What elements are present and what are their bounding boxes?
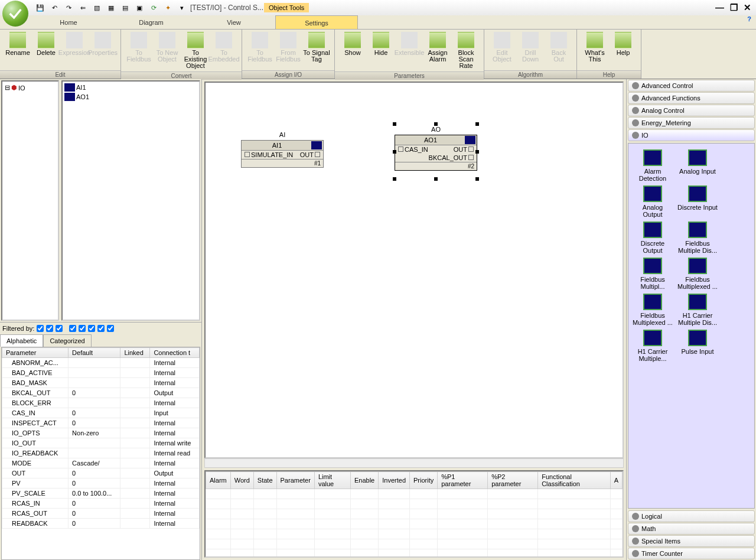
nav-tree[interactable]: ⊟ ⬢ IO — [1, 80, 59, 321]
tab-view[interactable]: View — [193, 15, 275, 29]
filter-check-8[interactable] — [107, 325, 114, 332]
rename-button[interactable]: Rename — [4, 32, 32, 68]
col-header[interactable]: A — [610, 472, 622, 489]
palette-tab[interactable]: Advanced Functions — [628, 92, 755, 104]
col-header[interactable]: Linked — [120, 348, 150, 358]
list-item[interactable]: AO1 — [64, 92, 198, 102]
pin-checkbox[interactable] — [245, 152, 250, 157]
pin-checkbox[interactable] — [315, 152, 320, 157]
palette-item[interactable]: H1 Carrier Multiple Dis... — [677, 294, 718, 326]
palette-tab[interactable]: Timer Counter — [628, 548, 755, 559]
table-row[interactable]: READBACK0Internal — [2, 519, 200, 529]
col-header[interactable]: Inverted — [379, 472, 410, 489]
tool3-icon[interactable]: ▤ — [120, 3, 130, 12]
table-row[interactable] — [206, 489, 623, 499]
table-row[interactable]: BLOCK_ERRInternal — [2, 398, 200, 408]
table-row[interactable]: BAD_ACTIVEInternal — [2, 368, 200, 378]
close-icon[interactable]: ✕ — [744, 2, 751, 13]
table-row[interactable]: RCAS_OUT0Internal — [2, 509, 200, 519]
tag-icon[interactable]: ✦ — [163, 3, 172, 12]
alarm-grid[interactable]: AlarmWordStateParameterLimit valueEnable… — [204, 470, 624, 558]
col-header[interactable]: Connection t — [150, 348, 200, 358]
table-row[interactable]: IO_OUTInternal write — [2, 438, 200, 448]
redo-icon[interactable]: ↷ — [64, 3, 73, 12]
table-row[interactable]: BAD_MASKInternal — [2, 378, 200, 388]
palette-item[interactable]: Pulse Input — [677, 330, 718, 362]
tree-node-label[interactable]: IO — [18, 84, 25, 92]
table-row[interactable] — [206, 539, 623, 549]
table-row[interactable]: RCAS_IN0Internal — [2, 499, 200, 509]
col-header[interactable]: Default — [69, 348, 120, 358]
whats-this-button[interactable]: What'sThis — [581, 32, 609, 68]
col-header[interactable]: Alarm — [206, 472, 231, 489]
help-icon[interactable]: ? — [747, 15, 751, 29]
block-list[interactable]: AI1AO1 — [61, 80, 200, 321]
object-tools-tab[interactable]: Object Tools — [264, 3, 309, 12]
save-icon[interactable]: 💾 — [35, 3, 45, 12]
delete-button[interactable]: Delete — [32, 32, 60, 68]
col-header[interactable]: Enable — [350, 472, 378, 489]
filter-check-4[interactable] — [69, 325, 76, 332]
col-header[interactable]: Parameter — [276, 472, 314, 489]
palette-item[interactable]: Analog Output — [632, 185, 673, 218]
filter-check-7[interactable] — [97, 325, 105, 332]
table-row[interactable] — [206, 529, 623, 539]
palette-tab[interactable]: Logical — [628, 510, 755, 522]
col-header[interactable]: %P1 parameter — [438, 472, 488, 489]
pin-checkbox[interactable] — [398, 146, 403, 152]
tab-home[interactable]: Home — [27, 15, 110, 29]
palette-item[interactable]: Fieldbus Multiplexed ... — [632, 294, 673, 326]
tab-settings[interactable]: Settings — [275, 15, 358, 29]
palette-item[interactable]: Discrete Output — [632, 222, 673, 254]
property-grid[interactable]: ParameterDefaultLinkedConnection tABNORM… — [1, 347, 200, 560]
assign-alarm-button[interactable]: AssignAlarm — [423, 32, 452, 69]
tab-alphabetic[interactable]: Alphabetic — [0, 334, 43, 347]
selection-handle[interactable] — [475, 150, 479, 154]
canvas-hscroll[interactable] — [204, 458, 624, 468]
tool4-icon[interactable]: ▣ — [135, 3, 144, 12]
col-header[interactable]: Functional Classification — [538, 472, 610, 489]
selection-handle[interactable] — [475, 177, 479, 181]
col-header[interactable]: Word — [230, 472, 253, 489]
palette-item[interactable]: Fieldbus Multiple Dis... — [677, 222, 718, 254]
dropdown-icon[interactable]: ▾ — [177, 3, 187, 12]
table-row[interactable]: BKCAL_OUT0Output — [2, 388, 200, 398]
table-row[interactable]: OUT0Output — [2, 468, 200, 478]
minimize-icon[interactable]: — — [715, 2, 724, 13]
table-row[interactable] — [206, 549, 623, 558]
tab-categorized[interactable]: Categorized — [43, 334, 91, 347]
palette-item[interactable]: H1 Carrier Multiple... — [632, 330, 673, 362]
selection-handle[interactable] — [393, 122, 396, 126]
block-ai[interactable]: AI1 SIMULATE_INOUT #1 — [241, 140, 324, 168]
selection-handle[interactable] — [393, 177, 396, 181]
help-button[interactable]: Help — [609, 32, 637, 68]
col-header[interactable]: Priority — [410, 472, 438, 489]
col-header[interactable]: Limit value — [314, 472, 350, 489]
selection-handle[interactable] — [475, 122, 479, 126]
table-row[interactable]: IO_OPTSNon-zeroInternal — [2, 428, 200, 438]
palette-tab[interactable]: IO — [628, 129, 755, 141]
palette-tab[interactable]: Energy_Metering — [628, 117, 755, 129]
tab-diagram[interactable]: Diagram — [110, 15, 193, 29]
to-existing-object-button[interactable]: To ExistingObject — [181, 32, 210, 69]
show-button[interactable]: Show — [338, 32, 367, 69]
pin-checkbox[interactable] — [468, 146, 474, 152]
hide-button[interactable]: Hide — [367, 32, 395, 69]
filter-check-1[interactable] — [37, 325, 44, 332]
diagram-canvas[interactable]: AI AI1 SIMULATE_INOUT #1 AO AO1 CAS_INOU… — [204, 82, 624, 458]
palette-item[interactable]: Analog Input — [677, 149, 718, 182]
col-header[interactable]: State — [253, 472, 276, 489]
table-row[interactable]: PV0Internal — [2, 478, 200, 489]
filter-check-3[interactable] — [56, 325, 63, 332]
undo-icon[interactable]: ↶ — [50, 3, 59, 12]
selection-handle[interactable] — [434, 177, 438, 181]
table-row[interactable]: IO_READBACKInternal read — [2, 448, 200, 458]
table-row[interactable]: PV_SCALE0.0 to 100.0...Internal — [2, 489, 200, 499]
palette-items[interactable]: Alarm DetectionAnalog InputAnalog Output… — [628, 143, 755, 509]
table-row[interactable] — [206, 499, 623, 509]
table-row[interactable] — [206, 519, 623, 529]
table-row[interactable]: INSPECT_ACT0Internal — [2, 418, 200, 428]
app-orb[interactable] — [2, 1, 28, 27]
refresh-icon[interactable]: ⟳ — [149, 3, 158, 12]
back-icon[interactable]: ⇐ — [78, 3, 87, 12]
